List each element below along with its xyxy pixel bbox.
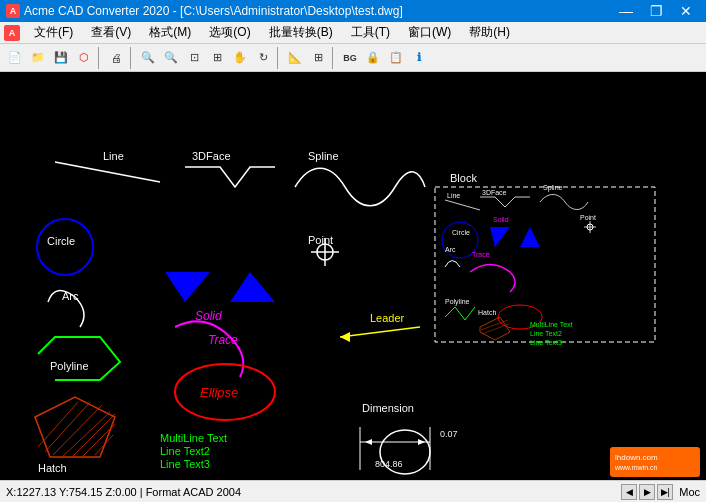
svg-text:Block: Block (450, 172, 477, 184)
svg-text:Circle: Circle (47, 235, 75, 247)
svg-text:Hatch: Hatch (478, 309, 496, 316)
tool-info[interactable]: ℹ (408, 47, 430, 69)
tool-measure[interactable]: 📐 (284, 47, 306, 69)
svg-rect-69 (610, 447, 700, 477)
svg-text:Arc: Arc (62, 290, 79, 302)
svg-text:0.07: 0.07 (440, 429, 458, 439)
nav-next-btn[interactable]: ▶ (639, 484, 655, 500)
svg-text:Point: Point (308, 234, 333, 246)
window-title: Acme CAD Converter 2020 - [C:\Users\Admi… (24, 4, 403, 18)
svg-text:www.mwin.cn: www.mwin.cn (614, 464, 658, 471)
menu-app-icon: A (4, 25, 20, 41)
svg-text:Point: Point (580, 214, 596, 221)
tool-zoom-in[interactable]: 🔍 (137, 47, 159, 69)
svg-text:Line Text2: Line Text2 (160, 445, 210, 457)
tool-export[interactable]: ⬡ (73, 47, 95, 69)
maximize-button[interactable]: ❐ (642, 0, 670, 22)
tool-new[interactable]: 📄 (4, 47, 26, 69)
svg-text:Line: Line (103, 150, 124, 162)
menu-file[interactable]: 文件(F) (26, 22, 81, 43)
menu-tools[interactable]: 工具(T) (343, 22, 398, 43)
main-area: Line 3DFace Spline Block Line 3DFace Spl… (0, 72, 706, 480)
menu-format[interactable]: 格式(M) (141, 22, 199, 43)
status-mode: Moc (679, 486, 700, 498)
window-controls[interactable]: — ❐ ✕ (612, 0, 700, 22)
svg-text:Spline: Spline (543, 184, 563, 192)
svg-text:Line Text2: Line Text2 (530, 330, 562, 337)
svg-text:804.86: 804.86 (375, 459, 403, 469)
tool-pan[interactable]: ✋ (229, 47, 251, 69)
svg-text:Solid: Solid (493, 216, 509, 223)
svg-text:Arc: Arc (445, 246, 456, 253)
svg-text:3DFace: 3DFace (482, 189, 507, 196)
toolbar: 📄 📁 💾 ⬡ 🖨 🔍 🔍 ⊡ ⊞ ✋ ↻ 📐 ⊞ BG 🔒 📋 ℹ (0, 44, 706, 72)
svg-text:MultiLine Text: MultiLine Text (530, 321, 573, 328)
svg-text:Ellipse: Ellipse (200, 385, 238, 400)
svg-text:Polyline: Polyline (445, 298, 470, 306)
title-bar: A Acme CAD Converter 2020 - [C:\Users\Ad… (0, 0, 706, 22)
tool-zoom-out[interactable]: 🔍 (160, 47, 182, 69)
toolbar-sep-2 (130, 47, 134, 69)
tool-rotate[interactable]: ↻ (252, 47, 274, 69)
tool-lock[interactable]: 🔒 (362, 47, 384, 69)
svg-text:Trace: Trace (208, 333, 238, 347)
toolbar-sep-3 (277, 47, 281, 69)
tool-bg[interactable]: BG (339, 47, 361, 69)
status-nav[interactable]: ◀ ▶ ▶| Moc (621, 484, 700, 500)
svg-text:Spline: Spline (308, 150, 339, 162)
svg-text:3DFace: 3DFace (192, 150, 231, 162)
menu-batch[interactable]: 批量转换(B) (261, 22, 341, 43)
toolbar-sep-1 (98, 47, 102, 69)
cad-drawing: Line 3DFace Spline Block Line 3DFace Spl… (0, 72, 706, 480)
tool-open[interactable]: 📁 (27, 47, 49, 69)
svg-text:Line Text3: Line Text3 (530, 339, 562, 346)
svg-text:Dimension: Dimension (362, 402, 414, 414)
nav-last-btn[interactable]: ▶| (657, 484, 673, 500)
menu-options[interactable]: 选项(O) (201, 22, 258, 43)
svg-text:Circle: Circle (452, 229, 470, 236)
menu-help[interactable]: 帮助(H) (461, 22, 518, 43)
menu-view[interactable]: 查看(V) (83, 22, 139, 43)
tool-print[interactable]: 🖨 (105, 47, 127, 69)
menu-bar: A 文件(F) 查看(V) 格式(M) 选项(O) 批量转换(B) 工具(T) … (0, 22, 706, 44)
svg-text:Trace: Trace (472, 251, 490, 258)
svg-text:Polyline: Polyline (50, 360, 89, 372)
svg-text:Line Text3: Line Text3 (160, 458, 210, 470)
tool-zoom-window[interactable]: ⊡ (183, 47, 205, 69)
status-coords: X:1227.13 Y:754.15 Z:0.00 | Format ACAD … (6, 486, 241, 498)
svg-text:Leader: Leader (370, 312, 405, 324)
nav-prev-btn[interactable]: ◀ (621, 484, 637, 500)
menu-window[interactable]: 窗口(W) (400, 22, 459, 43)
close-button[interactable]: ✕ (672, 0, 700, 22)
svg-rect-0 (0, 72, 706, 480)
tool-zoom-fit[interactable]: ⊞ (206, 47, 228, 69)
svg-text:MultiLine Text: MultiLine Text (160, 432, 227, 444)
status-bar: X:1227.13 Y:754.15 Z:0.00 | Format ACAD … (0, 480, 706, 502)
svg-text:Line: Line (447, 192, 460, 199)
svg-text:lhdown.com: lhdown.com (615, 453, 658, 462)
toolbar-sep-4 (332, 47, 336, 69)
app-icon: A (6, 4, 20, 18)
cad-canvas[interactable]: Line 3DFace Spline Block Line 3DFace Spl… (0, 72, 706, 480)
svg-text:Hatch: Hatch (38, 462, 67, 474)
tool-grid[interactable]: ⊞ (307, 47, 329, 69)
minimize-button[interactable]: — (612, 0, 640, 22)
tool-layers[interactable]: 📋 (385, 47, 407, 69)
tool-save[interactable]: 💾 (50, 47, 72, 69)
